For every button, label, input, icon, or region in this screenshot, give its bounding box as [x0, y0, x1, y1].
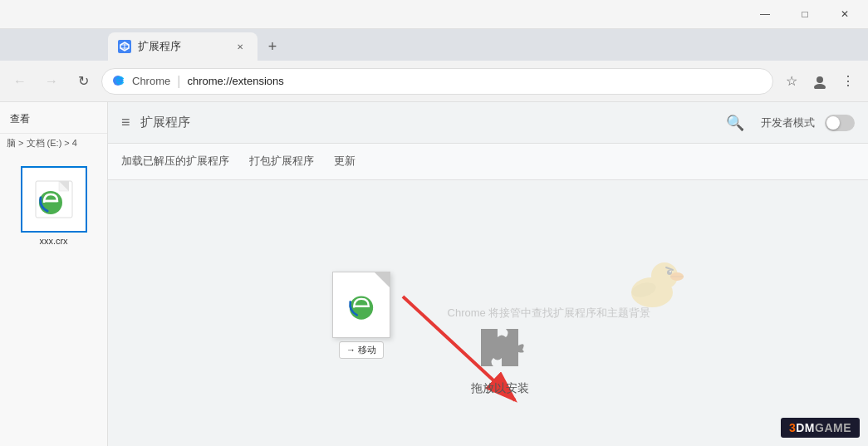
- move-badge: → 移动: [339, 341, 384, 359]
- toggle-knob: [826, 116, 840, 130]
- logo-3: 3: [789, 421, 796, 434]
- svg-point-6: [817, 76, 823, 83]
- dev-mode-toggle[interactable]: [825, 115, 855, 131]
- subnav-pack-extension[interactable]: 打包扩展程序: [249, 144, 314, 180]
- account-button[interactable]: [807, 68, 833, 95]
- svg-point-15: [669, 271, 671, 272]
- file-item-container: xxx.crx: [0, 159, 107, 252]
- breadcrumb: 脑 > 文档 (E:) > 4: [0, 133, 107, 153]
- forward-button[interactable]: →: [38, 68, 65, 95]
- subnav-update[interactable]: 更新: [334, 144, 356, 180]
- active-tab[interactable]: 扩展程序 ✕: [108, 32, 257, 61]
- url-divider: |: [177, 74, 180, 89]
- minimize-button[interactable]: —: [746, 0, 784, 29]
- dev-mode-label: 开发者模式: [761, 115, 815, 130]
- svg-point-7: [814, 84, 826, 89]
- maximize-button[interactable]: □: [786, 0, 824, 29]
- main-area: 查看 脑 > 文档 (E:) > 4: [0, 102, 868, 446]
- menu-button[interactable]: ⋮: [835, 68, 861, 95]
- file-label: xxx.crx: [39, 236, 67, 246]
- address-bar: ← → ↻ 🌐 Chrome | chrome://extensions ☆ ⋮: [0, 61, 868, 102]
- refresh-button[interactable]: ↻: [70, 68, 96, 95]
- toolbar-icons: ☆ ⋮: [778, 68, 861, 95]
- chrome-extensions-page: ≡ 扩展程序 🔍 开发者模式 加载已解压的扩展程序 打包扩展程序 更新 Chro…: [108, 102, 868, 446]
- logo-game: GAME: [815, 421, 851, 434]
- extensions-subnav: 加载已解压的扩展程序 打包扩展程序 更新: [108, 144, 868, 180]
- window-controls: — □ ✕: [746, 0, 864, 29]
- left-panel: 查看 脑 > 文档 (E:) > 4: [0, 102, 108, 446]
- view-menu[interactable]: 查看: [0, 109, 107, 130]
- new-tab-button[interactable]: +: [261, 35, 284, 58]
- drop-label: 拖放以安装: [471, 381, 529, 396]
- secure-icon: 🌐: [112, 75, 125, 88]
- dragged-ie-icon: [342, 286, 380, 324]
- close-button[interactable]: ✕: [826, 0, 864, 29]
- url-bar[interactable]: 🌐 Chrome | chrome://extensions: [101, 68, 773, 95]
- svg-text:🌐: 🌐: [115, 76, 125, 86]
- bookmark-button[interactable]: ☆: [778, 68, 805, 95]
- dragged-file-icon-box: [332, 272, 390, 338]
- svg-point-14: [667, 270, 672, 275]
- tab-label: 扩展程序: [138, 39, 181, 54]
- url-path: chrome://extensions: [187, 75, 283, 87]
- logo-dm: DM: [796, 421, 815, 434]
- puzzle-icon: [473, 321, 527, 375]
- extensions-header: ≡ 扩展程序 🔍 开发者模式: [108, 102, 868, 144]
- extensions-main: Chrome 将接管中查找扩展程序和主题背景: [108, 180, 868, 446]
- logo-3dmgame: 3DMGAME: [781, 418, 860, 438]
- dragged-file: → 移动: [332, 272, 390, 359]
- subnav-load-unpacked[interactable]: 加载已解压的扩展程序: [121, 144, 229, 180]
- ie-icon: [32, 178, 76, 221]
- hamburger-icon[interactable]: ≡: [121, 114, 130, 131]
- tab-favicon: [118, 40, 131, 53]
- tab-bar: 扩展程序 ✕ +: [0, 29, 868, 61]
- tab-close-button[interactable]: ✕: [233, 39, 248, 54]
- search-icon[interactable]: 🔍: [726, 114, 744, 132]
- extensions-title: 扩展程序: [140, 115, 716, 130]
- drop-zone-content: 拖放以安装: [471, 321, 529, 396]
- crx-file-icon[interactable]: [21, 166, 87, 233]
- drop-zone: 拖放以安装: [471, 321, 529, 396]
- duck-mascot: [619, 247, 685, 313]
- title-bar: — □ ✕: [0, 0, 868, 29]
- back-button[interactable]: ←: [7, 68, 33, 95]
- url-chrome-label: Chrome: [132, 75, 170, 87]
- file-corner: [375, 272, 390, 287]
